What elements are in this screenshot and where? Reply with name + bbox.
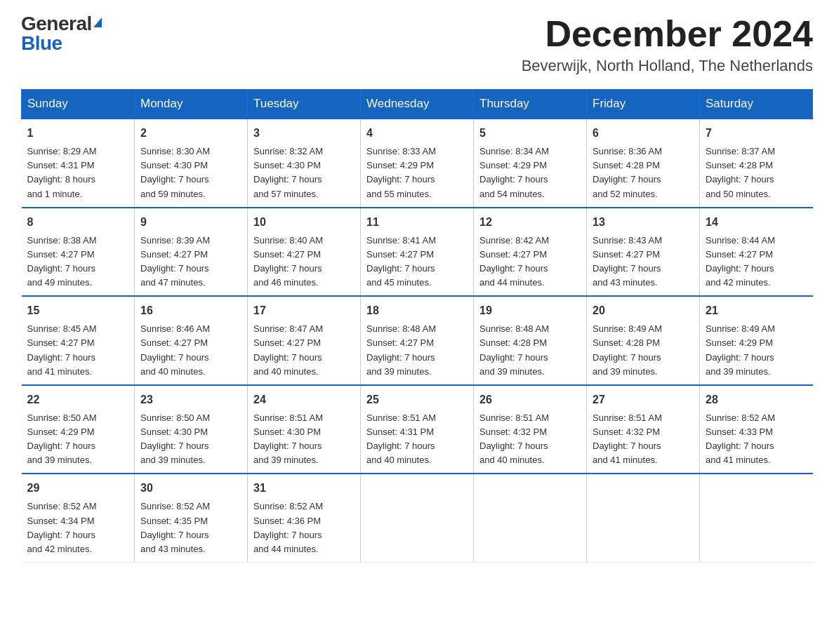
calendar-cell: 25Sunrise: 8:51 AMSunset: 4:31 PMDayligh… (361, 385, 474, 474)
calendar-cell: 30Sunrise: 8:52 AMSunset: 4:35 PMDayligh… (135, 474, 248, 562)
calendar-header-wednesday: Wednesday (361, 90, 474, 119)
calendar-week-row: 29Sunrise: 8:52 AMSunset: 4:34 PMDayligh… (22, 474, 813, 562)
day-number: 18 (366, 302, 468, 319)
calendar-cell: 10Sunrise: 8:40 AMSunset: 4:27 PMDayligh… (248, 208, 361, 297)
calendar-cell: 19Sunrise: 8:48 AMSunset: 4:28 PMDayligh… (474, 296, 587, 385)
logo: General Blue (21, 14, 102, 53)
day-info: Sunrise: 8:50 AMSunset: 4:29 PMDaylight:… (27, 411, 129, 468)
calendar-header-tuesday: Tuesday (248, 90, 361, 119)
day-number: 5 (479, 125, 581, 142)
calendar-cell: 12Sunrise: 8:42 AMSunset: 4:27 PMDayligh… (474, 208, 587, 297)
day-info: Sunrise: 8:29 AMSunset: 4:31 PMDaylight:… (27, 145, 129, 201)
day-info: Sunrise: 8:51 AMSunset: 4:32 PMDaylight:… (479, 411, 581, 468)
day-number: 20 (593, 302, 694, 319)
calendar-cell: 17Sunrise: 8:47 AMSunset: 4:27 PMDayligh… (248, 296, 361, 385)
day-number: 12 (479, 214, 581, 231)
day-info: Sunrise: 8:39 AMSunset: 4:27 PMDaylight:… (140, 234, 241, 290)
day-number: 21 (706, 302, 807, 319)
day-info: Sunrise: 8:51 AMSunset: 4:30 PMDaylight:… (253, 411, 355, 468)
calendar-cell: 28Sunrise: 8:52 AMSunset: 4:33 PMDayligh… (700, 385, 813, 474)
day-number: 27 (593, 391, 694, 408)
calendar-cell: 15Sunrise: 8:45 AMSunset: 4:27 PMDayligh… (22, 296, 135, 385)
calendar-week-row: 8Sunrise: 8:38 AMSunset: 4:27 PMDaylight… (22, 208, 813, 297)
title-area: December 2024 Beverwijk, North Holland, … (522, 14, 813, 75)
day-info: Sunrise: 8:52 AMSunset: 4:33 PMDaylight:… (706, 411, 807, 468)
calendar-cell: 26Sunrise: 8:51 AMSunset: 4:32 PMDayligh… (474, 385, 587, 474)
day-info: Sunrise: 8:48 AMSunset: 4:27 PMDaylight:… (366, 322, 468, 379)
day-number: 29 (27, 480, 129, 497)
day-info: Sunrise: 8:36 AMSunset: 4:28 PMDaylight:… (593, 145, 694, 201)
day-info: Sunrise: 8:45 AMSunset: 4:27 PMDaylight:… (27, 322, 129, 379)
day-info: Sunrise: 8:40 AMSunset: 4:27 PMDaylight:… (253, 234, 355, 290)
day-info: Sunrise: 8:42 AMSunset: 4:27 PMDaylight:… (479, 234, 581, 290)
day-info: Sunrise: 8:49 AMSunset: 4:29 PMDaylight:… (706, 322, 807, 379)
month-title: December 2024 (522, 14, 813, 54)
calendar-table: SundayMondayTuesdayWednesdayThursdayFrid… (21, 89, 813, 563)
calendar-cell: 3Sunrise: 8:32 AMSunset: 4:30 PMDaylight… (248, 119, 361, 208)
calendar-cell: 7Sunrise: 8:37 AMSunset: 4:28 PMDaylight… (700, 119, 813, 208)
day-info: Sunrise: 8:41 AMSunset: 4:27 PMDaylight:… (366, 234, 468, 290)
day-info: Sunrise: 8:51 AMSunset: 4:32 PMDaylight:… (593, 411, 694, 468)
day-number: 9 (140, 214, 241, 231)
location-title: Beverwijk, North Holland, The Netherland… (522, 57, 813, 75)
calendar-cell: 23Sunrise: 8:50 AMSunset: 4:30 PMDayligh… (135, 385, 248, 474)
day-number: 6 (593, 125, 694, 142)
calendar-cell: 24Sunrise: 8:51 AMSunset: 4:30 PMDayligh… (248, 385, 361, 474)
calendar-cell: 14Sunrise: 8:44 AMSunset: 4:27 PMDayligh… (700, 208, 813, 297)
calendar-cell: 18Sunrise: 8:48 AMSunset: 4:27 PMDayligh… (361, 296, 474, 385)
day-number: 17 (253, 302, 355, 319)
day-number: 11 (366, 214, 468, 231)
day-number: 1 (27, 125, 129, 142)
day-number: 24 (253, 391, 355, 408)
day-info: Sunrise: 8:33 AMSunset: 4:29 PMDaylight:… (366, 145, 468, 201)
day-number: 31 (253, 480, 355, 497)
day-number: 16 (140, 302, 241, 319)
calendar-cell: 27Sunrise: 8:51 AMSunset: 4:32 PMDayligh… (587, 385, 700, 474)
day-number: 10 (253, 214, 355, 231)
calendar-cell: 13Sunrise: 8:43 AMSunset: 4:27 PMDayligh… (587, 208, 700, 297)
day-number: 2 (140, 125, 241, 142)
calendar-week-row: 1Sunrise: 8:29 AMSunset: 4:31 PMDaylight… (22, 119, 813, 208)
day-number: 30 (140, 480, 241, 497)
calendar-week-row: 15Sunrise: 8:45 AMSunset: 4:27 PMDayligh… (22, 296, 813, 385)
logo-general-text: General (21, 14, 92, 34)
logo-blue-text: Blue (21, 34, 102, 53)
day-info: Sunrise: 8:51 AMSunset: 4:31 PMDaylight:… (366, 411, 468, 468)
day-info: Sunrise: 8:32 AMSunset: 4:30 PMDaylight:… (253, 145, 355, 201)
calendar-cell (587, 474, 700, 562)
day-number: 28 (706, 391, 807, 408)
day-number: 4 (366, 125, 468, 142)
day-info: Sunrise: 8:52 AMSunset: 4:35 PMDaylight:… (140, 499, 241, 556)
calendar-cell: 11Sunrise: 8:41 AMSunset: 4:27 PMDayligh… (361, 208, 474, 297)
day-info: Sunrise: 8:47 AMSunset: 4:27 PMDaylight:… (253, 322, 355, 379)
calendar-cell: 20Sunrise: 8:49 AMSunset: 4:28 PMDayligh… (587, 296, 700, 385)
calendar-cell: 6Sunrise: 8:36 AMSunset: 4:28 PMDaylight… (587, 119, 700, 208)
day-number: 7 (706, 125, 807, 142)
calendar-cell: 8Sunrise: 8:38 AMSunset: 4:27 PMDaylight… (22, 208, 135, 297)
day-info: Sunrise: 8:46 AMSunset: 4:27 PMDaylight:… (140, 322, 241, 379)
calendar-cell: 29Sunrise: 8:52 AMSunset: 4:34 PMDayligh… (22, 474, 135, 562)
calendar-cell (474, 474, 587, 562)
day-number: 3 (253, 125, 355, 142)
calendar-cell: 21Sunrise: 8:49 AMSunset: 4:29 PMDayligh… (700, 296, 813, 385)
day-info: Sunrise: 8:49 AMSunset: 4:28 PMDaylight:… (593, 322, 694, 379)
calendar-header-saturday: Saturday (700, 90, 813, 119)
day-number: 25 (366, 391, 468, 408)
day-number: 8 (27, 214, 129, 231)
day-number: 26 (479, 391, 581, 408)
calendar-header-row: SundayMondayTuesdayWednesdayThursdayFrid… (22, 90, 813, 119)
day-number: 23 (140, 391, 241, 408)
day-info: Sunrise: 8:30 AMSunset: 4:30 PMDaylight:… (140, 145, 241, 201)
calendar-cell: 2Sunrise: 8:30 AMSunset: 4:30 PMDaylight… (135, 119, 248, 208)
calendar-header-friday: Friday (587, 90, 700, 119)
day-info: Sunrise: 8:38 AMSunset: 4:27 PMDaylight:… (27, 234, 129, 290)
calendar-cell: 1Sunrise: 8:29 AMSunset: 4:31 PMDaylight… (22, 119, 135, 208)
day-number: 15 (27, 302, 129, 319)
day-info: Sunrise: 8:37 AMSunset: 4:28 PMDaylight:… (706, 145, 807, 201)
calendar-cell: 5Sunrise: 8:34 AMSunset: 4:29 PMDaylight… (474, 119, 587, 208)
calendar-cell: 22Sunrise: 8:50 AMSunset: 4:29 PMDayligh… (22, 385, 135, 474)
day-info: Sunrise: 8:43 AMSunset: 4:27 PMDaylight:… (593, 234, 694, 290)
calendar-cell: 16Sunrise: 8:46 AMSunset: 4:27 PMDayligh… (135, 296, 248, 385)
page-header: General Blue December 2024 Beverwijk, No… (21, 14, 813, 75)
calendar-cell: 9Sunrise: 8:39 AMSunset: 4:27 PMDaylight… (135, 208, 248, 297)
